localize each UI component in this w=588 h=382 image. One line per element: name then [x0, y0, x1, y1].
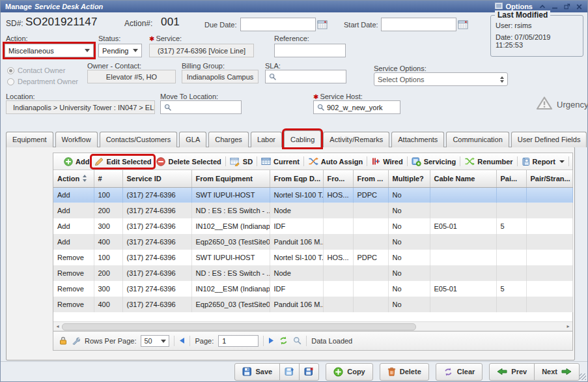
page-number-input[interactable]: [218, 335, 259, 347]
servicing-button[interactable]: Servicing: [409, 156, 459, 168]
table-cell: [430, 234, 496, 250]
auto-assign-button[interactable]: Auto Assign: [305, 156, 365, 167]
toolbar-divider: [303, 156, 304, 166]
arrow-left-icon: [497, 368, 507, 375]
previous-page-icon[interactable]: [179, 337, 185, 345]
edit-selected-button[interactable]: Edit Selected: [92, 156, 154, 168]
column-header-from-eqp-d[interactable]: From Eqp D...: [270, 170, 323, 187]
status-label: Status:: [98, 35, 120, 42]
report-button[interactable]: Report: [519, 156, 567, 168]
scroll-right-icon[interactable]: ▸: [565, 323, 572, 329]
table-cell: [430, 265, 496, 281]
renumber-button[interactable]: Renumber: [462, 156, 515, 167]
pager-divider: [189, 336, 190, 346]
save-button[interactable]: Save: [234, 363, 281, 381]
column-header-from[interactable]: From ...: [353, 170, 388, 187]
service-host-search-input[interactable]: 902_w_new_york: [313, 100, 400, 114]
tab-gla[interactable]: GLA: [179, 132, 206, 147]
current-button[interactable]: Current: [259, 156, 302, 167]
table-row[interactable]: Add400(317) 274-6396Eqp2650_03 (TestSite…: [53, 234, 572, 250]
start-date-input[interactable]: [381, 18, 456, 31]
next-button[interactable]: Next: [534, 363, 580, 381]
due-date-calendar-icon[interactable]: [316, 19, 328, 30]
chevron-down-icon: [161, 340, 166, 343]
lock-icon[interactable]: [59, 336, 67, 346]
table-row[interactable]: Remove100(317) 274-6396SWT IUPUI-HOSTNor…: [53, 250, 572, 265]
manage-service-desk-action-window: Manage Service Desk Action Options SD#: …: [0, 0, 588, 382]
table-cell: Remove: [53, 297, 94, 312]
wrench-icon[interactable]: [72, 336, 80, 346]
perspectives-button[interactable]: Perspectives: [570, 156, 572, 168]
copy-button[interactable]: Copy: [326, 363, 373, 381]
status-dropdown[interactable]: Pending: [98, 44, 142, 57]
next-page-icon[interactable]: [268, 337, 274, 345]
scrollbar-thumb[interactable]: [62, 323, 416, 331]
column-header-pai[interactable]: Pai...: [496, 170, 526, 187]
required-marker: ✱: [149, 35, 154, 42]
action-dropdown[interactable]: Miscellaneous: [5, 44, 94, 57]
sd-button[interactable]: SD: [227, 156, 255, 168]
popout-icon[interactable]: [564, 3, 570, 10]
table-row[interactable]: Add300(317) 274-6396IN102__ESM (Indianap…: [53, 218, 572, 234]
table-cell: (317) 274-6396: [122, 297, 191, 312]
table-row[interactable]: Add200(317) 274-6396ND : ES : ES Switch …: [53, 203, 572, 218]
clear-button[interactable]: Clear: [436, 363, 483, 381]
due-date-label: Due Date:: [204, 21, 237, 29]
minimize-icon[interactable]: [552, 4, 558, 10]
refresh-icon[interactable]: [279, 336, 288, 346]
table-row[interactable]: Remove400(317) 274-6396Eqp2650_03 (TestS…: [53, 297, 572, 312]
save-and-new-button[interactable]: [279, 363, 300, 381]
due-date-input[interactable]: [240, 18, 316, 31]
options-menu-button[interactable]: Options: [495, 3, 533, 10]
table-row[interactable]: Remove300(317) 274-6396IN102__ESM (India…: [53, 281, 572, 297]
table-cell: No: [388, 234, 430, 250]
column-header-col1[interactable]: #: [94, 170, 122, 187]
tab-attachments[interactable]: Attachments: [391, 132, 444, 147]
tab-contacts-customers[interactable]: Contacts/Customers: [100, 132, 178, 147]
resize-grip[interactable]: [580, 374, 586, 380]
service-options-select[interactable]: Select Options: [374, 72, 508, 86]
save-and-close-button[interactable]: [299, 363, 319, 381]
move-to-location-search-input[interactable]: [160, 100, 242, 114]
search-icon[interactable]: [293, 336, 301, 346]
urgency-indicator[interactable]: Urgency: [536, 96, 588, 113]
column-header-fro[interactable]: Fro...: [323, 170, 353, 187]
start-date-calendar-icon[interactable]: [457, 19, 468, 30]
table-cell: (317) 274-6396: [122, 187, 191, 203]
tab-activity-remarks[interactable]: Activity/Remarks: [323, 132, 389, 147]
delete-selected-button[interactable]: Delete Selected: [154, 156, 223, 168]
rows-per-page-select[interactable]: 50: [141, 335, 169, 347]
add-button[interactable]: Add: [61, 156, 92, 168]
column-header-multiple[interactable]: Multiple?: [388, 170, 430, 187]
contact-owner-radio[interactable]: Contact Owner: [7, 66, 65, 74]
collapse-icon[interactable]: [539, 4, 546, 10]
shuffle-icon: [308, 157, 318, 166]
column-header-pair-stran[interactable]: Pair/Stran...: [526, 170, 572, 187]
table-cell: (317) 274-6396: [122, 250, 191, 265]
tab-user-defined-fields[interactable]: User Defined Fields: [511, 132, 587, 147]
tab-labor[interactable]: Labor: [251, 132, 282, 147]
tab-equipment[interactable]: Equipment: [6, 132, 53, 147]
column-header-from-equipment[interactable]: From Equipment: [191, 170, 270, 187]
table-cell: Eqp2650_03 (TestSite0...: [191, 297, 270, 312]
prev-button[interactable]: Prev: [489, 363, 535, 381]
table-row[interactable]: Add100(317) 274-6396SWT IUPUI-HOSTNortel…: [53, 187, 572, 203]
service-field: (317) 274-6396 [Voice Line]: [149, 44, 254, 57]
column-header-action[interactable]: Action: [53, 170, 94, 187]
horizontal-scrollbar[interactable]: ◂ ▸: [53, 321, 572, 331]
delete-button[interactable]: Delete: [380, 363, 429, 381]
scroll-left-icon[interactable]: ◂: [54, 323, 61, 329]
tab-workflow[interactable]: Workflow: [55, 132, 98, 147]
close-icon[interactable]: [576, 4, 582, 10]
tab-communication[interactable]: Communication: [446, 132, 509, 147]
sla-search-input[interactable]: [265, 70, 346, 83]
tab-cabling[interactable]: Cabling: [284, 130, 321, 147]
service-label: ✱Service:: [149, 35, 182, 42]
tab-charges[interactable]: Charges: [208, 132, 249, 147]
department-owner-radio[interactable]: Department Owner: [7, 78, 78, 85]
wired-button[interactable]: Wired: [369, 156, 405, 167]
column-header-cable-name[interactable]: Cable Name: [430, 170, 496, 187]
table-row[interactable]: Remove200(317) 274-6396ND : ES : ES Swit…: [53, 265, 572, 281]
reference-input[interactable]: [274, 44, 346, 57]
column-header-service-id[interactable]: Service ID: [122, 170, 191, 187]
